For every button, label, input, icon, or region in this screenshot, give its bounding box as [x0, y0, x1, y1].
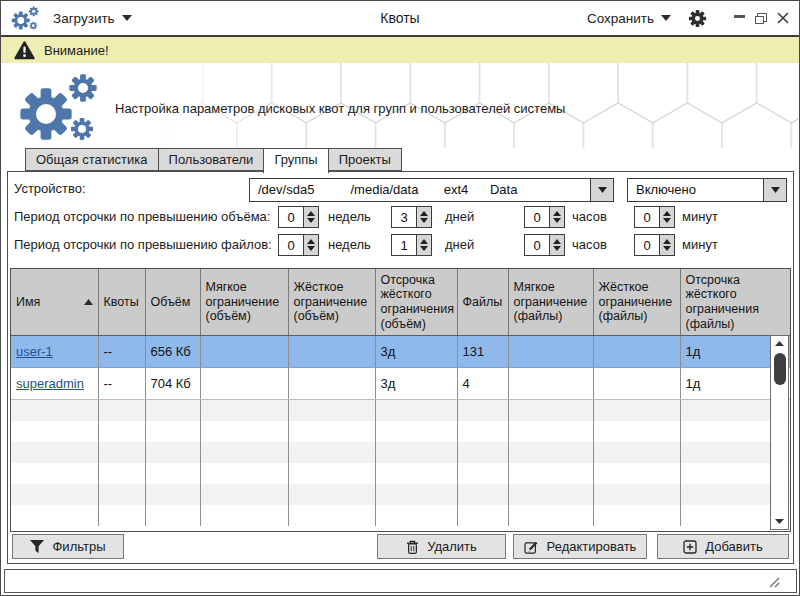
spinner-down-icon [663, 218, 671, 223]
save-menu-button[interactable]: Сохранить [587, 1, 671, 35]
delete-button[interactable]: Удалить [377, 534, 506, 559]
files-hours-input[interactable] [524, 234, 549, 256]
hours-unit-label: часов [572, 206, 607, 228]
files-days-spinner[interactable] [391, 234, 432, 256]
spinner-down-icon [420, 218, 428, 223]
add-button[interactable]: Добавить [657, 534, 789, 559]
empty-row [11, 463, 790, 484]
volume-days-spin-buttons[interactable] [416, 206, 432, 228]
warning-banner: Внимание! [1, 37, 799, 63]
device-select-value: /dev/sda5 /media/data ext4 Data [258, 179, 589, 201]
column-header-name[interactable]: Имя [11, 269, 98, 336]
column-header-quotas[interactable]: Квоты [98, 269, 145, 336]
warning-icon [14, 41, 35, 60]
spinner-up-icon [663, 211, 671, 216]
edit-button[interactable]: Редактировать [513, 534, 647, 559]
spinner-up-icon [307, 211, 315, 216]
volume-weeks-input[interactable] [278, 206, 303, 228]
minimize-button[interactable] [734, 15, 745, 18]
spinner-up-icon [663, 239, 671, 244]
resize-grip[interactable] [768, 576, 780, 588]
column-header-hard-files[interactable]: Жёсткое ограничение (файлы) [593, 269, 680, 336]
edit-button-label: Редактировать [547, 539, 637, 554]
tab-general-stats[interactable]: Общая статистика [25, 148, 159, 171]
plus-square-icon [683, 540, 697, 554]
files-weeks-input[interactable] [278, 234, 303, 256]
tab-groups[interactable]: Группы [263, 148, 328, 173]
scroll-up-button[interactable] [771, 336, 788, 351]
app-description: Настройка параметров дисковых квот для г… [115, 101, 565, 116]
volume-days-spinner[interactable] [391, 206, 432, 228]
filters-button[interactable]: Фильтры [12, 534, 124, 559]
files-days-input[interactable] [391, 234, 416, 256]
grace-volume-label: Период отсрочки по превышению объёма: [14, 206, 270, 228]
files-weeks-spinner[interactable] [278, 234, 319, 256]
volume-weeks-spinner[interactable] [278, 206, 319, 228]
files-weeks-spin-buttons[interactable] [303, 234, 319, 256]
files-days-spin-buttons[interactable] [416, 234, 432, 256]
filters-button-label: Фильтры [52, 539, 105, 554]
quota-state-arrow[interactable] [763, 179, 786, 201]
empty-row [11, 505, 790, 526]
files-minutes-input[interactable] [634, 234, 659, 256]
column-header-files[interactable]: Файлы [457, 269, 508, 336]
grace-files-row: Период отсрочки по превышению файлов: не… [8, 234, 793, 256]
table-row-user-1[interactable]: user-1 -- 656 Кб 3д 131 1д [11, 336, 790, 368]
column-header-hard-volume[interactable]: Жёсткое ограничение (объём) [288, 269, 375, 336]
column-header-soft-volume[interactable]: Мягкое ограничение (объём) [200, 269, 288, 336]
group-link[interactable]: user-1 [16, 344, 53, 359]
quota-state-value: Включено [636, 179, 762, 201]
scroll-down-button[interactable] [771, 514, 788, 529]
close-button[interactable] [777, 12, 789, 24]
grace-files-label: Период отсрочки по превышению файлов: [14, 234, 272, 256]
weeks-unit-label: недель [328, 206, 371, 228]
days-unit-label: дней [445, 206, 474, 228]
grace-volume-row: Период отсрочки по превышению объёма: не… [8, 206, 793, 228]
column-header-soft-files[interactable]: Мягкое ограничение (файлы) [508, 269, 593, 336]
device-select[interactable]: /dev/sda5 /media/data ext4 Data [249, 178, 614, 202]
volume-hours-spinner[interactable] [524, 206, 565, 228]
vertical-scrollbar[interactable] [770, 335, 789, 530]
scrollbar-thumb[interactable] [774, 353, 786, 385]
app-header: Настройка параметров дисковых квот для г… [1, 63, 799, 148]
status-bar [4, 569, 797, 593]
files-hours-spinner[interactable] [524, 234, 565, 256]
quota-state-select[interactable]: Включено [627, 178, 787, 202]
spinner-down-icon [420, 246, 428, 251]
spinner-down-icon [663, 246, 671, 251]
column-header-volume[interactable]: Объём [145, 269, 200, 336]
settings-gear-icon[interactable] [688, 9, 707, 28]
app-window: Загрузить Квоты Сохранить Внимание! Наст… [0, 0, 800, 596]
volume-hours-spin-buttons[interactable] [549, 206, 565, 228]
table-header-row: Имя Квоты Объём Мягкое ограничение (объё… [11, 269, 790, 336]
volume-weeks-spin-buttons[interactable] [303, 206, 319, 228]
group-link[interactable]: superadmin [16, 376, 84, 391]
volume-minutes-spin-buttons[interactable] [659, 206, 675, 228]
empty-row [11, 484, 790, 505]
files-hours-spin-buttons[interactable] [549, 234, 565, 256]
volume-minutes-input[interactable] [634, 206, 659, 228]
hours-unit-label: часов [572, 234, 607, 256]
device-label: Устройство: [14, 178, 86, 200]
load-menu-button[interactable]: Загрузить [53, 1, 132, 35]
device-select-arrow[interactable] [590, 179, 613, 201]
scroll-up-icon [775, 341, 784, 346]
save-menu-label: Сохранить [587, 11, 654, 26]
table-row-superadmin[interactable]: superadmin -- 704 Кб 3д 4 1д [11, 368, 790, 400]
files-minutes-spinner[interactable] [634, 234, 675, 256]
column-header-grace-files[interactable]: Отсрочка жёсткого ограничения (файлы) [680, 269, 790, 336]
files-minutes-spin-buttons[interactable] [659, 234, 675, 256]
tab-users[interactable]: Пользователи [158, 148, 265, 171]
tab-projects[interactable]: Проекты [328, 148, 402, 171]
restore-button[interactable] [755, 13, 767, 24]
column-header-grace-volume[interactable]: Отсрочка жёсткого ограничения (объём) [375, 269, 457, 336]
quota-table: Имя Квоты Объём Мягкое ограничение (объё… [10, 268, 791, 532]
add-button-label: Добавить [705, 539, 762, 554]
volume-minutes-spinner[interactable] [634, 206, 675, 228]
delete-button-label: Удалить [427, 539, 477, 554]
sort-ascending-icon [84, 299, 93, 305]
spinner-down-icon [553, 246, 561, 251]
volume-days-input[interactable] [391, 206, 416, 228]
spinner-up-icon [420, 211, 428, 216]
volume-hours-input[interactable] [524, 206, 549, 228]
